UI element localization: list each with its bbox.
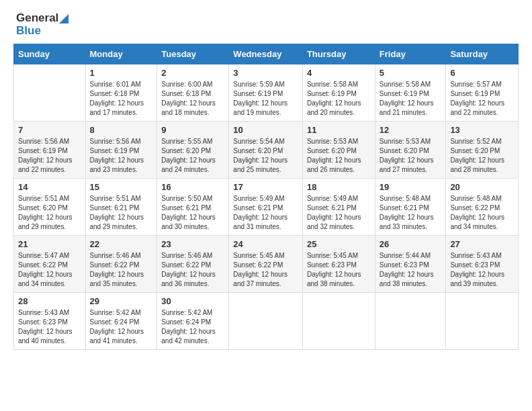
calendar-cell: 14Sunrise: 5:51 AM Sunset: 6:20 PM Dayli… (14, 179, 86, 236)
calendar-cell: 28Sunrise: 5:43 AM Sunset: 6:23 PM Dayli… (14, 293, 86, 350)
calendar-cell: 3Sunrise: 5:59 AM Sunset: 6:19 PM Daylig… (229, 64, 303, 122)
day-number: 12 (380, 125, 442, 135)
day-info: Sunrise: 6:01 AM Sunset: 6:18 PM Dayligh… (90, 80, 153, 118)
calendar-cell (229, 293, 303, 350)
day-info: Sunrise: 5:46 AM Sunset: 6:22 PM Dayligh… (90, 251, 153, 289)
calendar-cell: 17Sunrise: 5:49 AM Sunset: 6:21 PM Dayli… (229, 179, 303, 236)
day-info: Sunrise: 5:49 AM Sunset: 6:21 PM Dayligh… (233, 194, 298, 232)
day-number: 16 (161, 182, 224, 192)
calendar-cell: 29Sunrise: 5:42 AM Sunset: 6:24 PM Dayli… (85, 293, 157, 350)
page-header: GeneralBlue (0, 0, 532, 44)
day-info: Sunrise: 5:50 AM Sunset: 6:21 PM Dayligh… (161, 194, 224, 232)
calendar-cell (302, 293, 375, 350)
day-number: 20 (450, 182, 514, 192)
calendar-cell (14, 64, 86, 122)
day-info: Sunrise: 5:45 AM Sunset: 6:23 PM Dayligh… (307, 251, 371, 289)
logo-blue-text: Blue (16, 24, 41, 37)
day-number: 22 (90, 239, 153, 249)
calendar-cell: 21Sunrise: 5:47 AM Sunset: 6:22 PM Dayli… (14, 236, 86, 293)
calendar-cell: 25Sunrise: 5:45 AM Sunset: 6:23 PM Dayli… (302, 236, 375, 293)
column-header-tuesday: Tuesday (157, 44, 229, 64)
calendar-cell: 6Sunrise: 5:57 AM Sunset: 6:19 PM Daylig… (446, 64, 519, 122)
day-info: Sunrise: 5:54 AM Sunset: 6:20 PM Dayligh… (233, 137, 298, 175)
logo: GeneralBlue (16, 12, 69, 37)
calendar-header-row: SundayMondayTuesdayWednesdayThursdayFrid… (14, 44, 519, 64)
calendar-cell: 18Sunrise: 5:49 AM Sunset: 6:21 PM Dayli… (302, 179, 375, 236)
calendar-cell: 4Sunrise: 5:58 AM Sunset: 6:19 PM Daylig… (302, 64, 375, 122)
day-info: Sunrise: 5:56 AM Sunset: 6:19 PM Dayligh… (18, 137, 81, 175)
day-number: 11 (307, 125, 371, 135)
calendar-cell: 10Sunrise: 5:54 AM Sunset: 6:20 PM Dayli… (229, 122, 303, 179)
calendar-cell: 16Sunrise: 5:50 AM Sunset: 6:21 PM Dayli… (157, 179, 229, 236)
calendar-week-row: 14Sunrise: 5:51 AM Sunset: 6:20 PM Dayli… (14, 179, 519, 236)
calendar-cell: 22Sunrise: 5:46 AM Sunset: 6:22 PM Dayli… (85, 236, 157, 293)
day-number: 10 (233, 125, 298, 135)
calendar-cell: 2Sunrise: 6:00 AM Sunset: 6:18 PM Daylig… (157, 64, 229, 122)
calendar-cell: 23Sunrise: 5:46 AM Sunset: 6:22 PM Dayli… (157, 236, 229, 293)
calendar-cell: 19Sunrise: 5:48 AM Sunset: 6:21 PM Dayli… (375, 179, 446, 236)
day-info: Sunrise: 5:44 AM Sunset: 6:23 PM Dayligh… (380, 251, 442, 289)
day-info: Sunrise: 5:48 AM Sunset: 6:21 PM Dayligh… (380, 194, 442, 232)
calendar-cell: 1Sunrise: 6:01 AM Sunset: 6:18 PM Daylig… (85, 64, 157, 122)
column-header-sunday: Sunday (14, 44, 86, 64)
day-info: Sunrise: 5:42 AM Sunset: 6:24 PM Dayligh… (161, 308, 224, 346)
calendar-cell: 26Sunrise: 5:44 AM Sunset: 6:23 PM Dayli… (375, 236, 446, 293)
calendar-cell: 15Sunrise: 5:51 AM Sunset: 6:21 PM Dayli… (85, 179, 157, 236)
day-info: Sunrise: 5:53 AM Sunset: 6:20 PM Dayligh… (380, 137, 442, 175)
day-info: Sunrise: 5:55 AM Sunset: 6:20 PM Dayligh… (161, 137, 224, 175)
day-number: 3 (233, 68, 298, 78)
calendar-week-row: 7Sunrise: 5:56 AM Sunset: 6:19 PM Daylig… (14, 122, 519, 179)
day-number: 28 (18, 296, 81, 306)
day-number: 29 (90, 296, 153, 306)
column-header-thursday: Thursday (302, 44, 375, 64)
calendar-cell: 13Sunrise: 5:52 AM Sunset: 6:20 PM Dayli… (446, 122, 519, 179)
calendar-week-row: 28Sunrise: 5:43 AM Sunset: 6:23 PM Dayli… (14, 293, 519, 350)
column-header-monday: Monday (85, 44, 157, 64)
logo-triangle-icon (59, 14, 69, 24)
calendar-cell: 9Sunrise: 5:55 AM Sunset: 6:20 PM Daylig… (157, 122, 229, 179)
day-number: 5 (380, 68, 442, 78)
day-number: 6 (450, 68, 514, 78)
calendar-cell: 20Sunrise: 5:48 AM Sunset: 6:22 PM Dayli… (446, 179, 519, 236)
day-number: 19 (380, 182, 442, 192)
day-number: 25 (307, 239, 371, 249)
day-number: 27 (450, 239, 514, 249)
day-number: 17 (233, 182, 298, 192)
day-number: 24 (233, 239, 298, 249)
day-number: 8 (90, 125, 153, 135)
day-number: 4 (307, 68, 371, 78)
column-header-saturday: Saturday (446, 44, 519, 64)
day-number: 15 (90, 182, 153, 192)
calendar-cell: 11Sunrise: 5:53 AM Sunset: 6:20 PM Dayli… (302, 122, 375, 179)
logo-general-text: General (16, 11, 58, 24)
calendar-cell: 8Sunrise: 5:56 AM Sunset: 6:19 PM Daylig… (85, 122, 157, 179)
day-info: Sunrise: 5:57 AM Sunset: 6:19 PM Dayligh… (450, 80, 514, 118)
day-number: 14 (18, 182, 81, 192)
day-info: Sunrise: 5:43 AM Sunset: 6:23 PM Dayligh… (18, 308, 81, 346)
day-info: Sunrise: 5:58 AM Sunset: 6:19 PM Dayligh… (307, 80, 371, 118)
calendar-wrapper: SundayMondayTuesdayWednesdayThursdayFrid… (0, 44, 532, 357)
day-info: Sunrise: 5:43 AM Sunset: 6:23 PM Dayligh… (450, 251, 514, 289)
calendar-cell (446, 293, 519, 350)
day-number: 1 (90, 68, 153, 78)
day-number: 18 (307, 182, 371, 192)
day-info: Sunrise: 5:56 AM Sunset: 6:19 PM Dayligh… (90, 137, 153, 175)
day-number: 7 (18, 125, 81, 135)
day-number: 30 (161, 296, 224, 306)
day-info: Sunrise: 5:45 AM Sunset: 6:22 PM Dayligh… (233, 251, 298, 289)
calendar-cell: 5Sunrise: 5:58 AM Sunset: 6:19 PM Daylig… (375, 64, 446, 122)
calendar-cell: 24Sunrise: 5:45 AM Sunset: 6:22 PM Dayli… (229, 236, 303, 293)
calendar-cell: 27Sunrise: 5:43 AM Sunset: 6:23 PM Dayli… (446, 236, 519, 293)
day-info: Sunrise: 5:52 AM Sunset: 6:20 PM Dayligh… (450, 137, 514, 175)
svg-marker-0 (59, 14, 69, 24)
day-number: 23 (161, 239, 224, 249)
calendar-cell: 12Sunrise: 5:53 AM Sunset: 6:20 PM Dayli… (375, 122, 446, 179)
column-header-friday: Friday (375, 44, 446, 64)
calendar-cell: 7Sunrise: 5:56 AM Sunset: 6:19 PM Daylig… (14, 122, 86, 179)
day-info: Sunrise: 6:00 AM Sunset: 6:18 PM Dayligh… (161, 80, 224, 118)
calendar-week-row: 1Sunrise: 6:01 AM Sunset: 6:18 PM Daylig… (14, 64, 519, 122)
day-info: Sunrise: 5:49 AM Sunset: 6:21 PM Dayligh… (307, 194, 371, 232)
day-info: Sunrise: 5:51 AM Sunset: 6:20 PM Dayligh… (18, 194, 81, 232)
day-number: 13 (450, 125, 514, 135)
day-info: Sunrise: 5:53 AM Sunset: 6:20 PM Dayligh… (307, 137, 371, 175)
